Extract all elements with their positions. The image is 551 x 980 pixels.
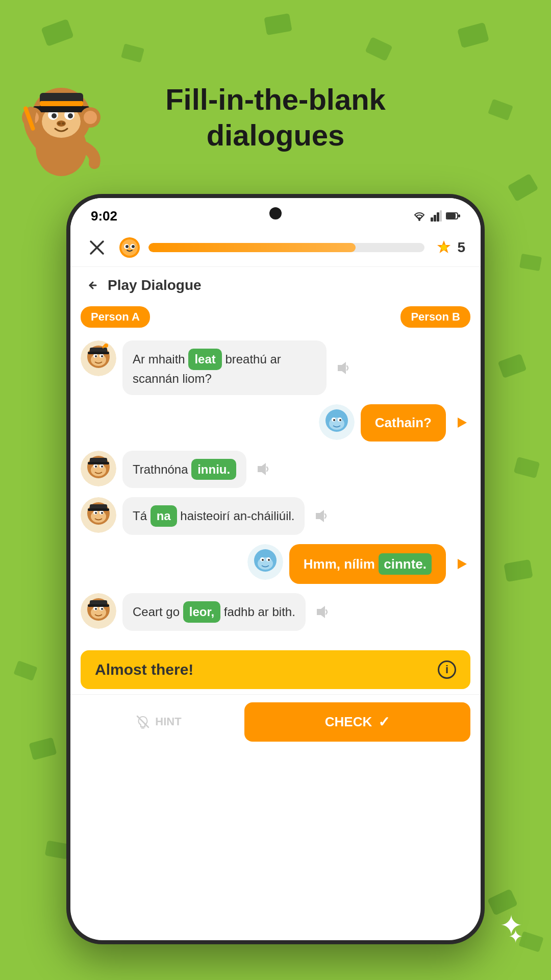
svg-rect-12: [40, 101, 83, 106]
highlight-inniu: inniu.: [191, 459, 236, 480]
svg-point-32: [126, 245, 129, 248]
score-star-icon: [435, 238, 453, 257]
dialogue-area: Ar mhaith leat breathú ar scannán liom? …: [70, 335, 481, 645]
app-header: 5: [70, 229, 481, 267]
check-button[interactable]: CHECK ✓: [244, 702, 470, 742]
score-area: 5: [435, 238, 465, 257]
nav-title: Play Dialogue: [108, 277, 202, 293]
avatar-a-3: [81, 451, 116, 486]
svg-point-46: [104, 344, 108, 348]
progress-container: [118, 236, 424, 259]
svg-marker-65: [258, 463, 266, 475]
check-label: CHECK: [325, 714, 372, 730]
battery-icon: [446, 212, 460, 220]
bubble-2: Cathain?: [361, 404, 446, 441]
bubble-5: Hmm, nílim cinnte.: [289, 544, 446, 584]
svg-point-51: [329, 418, 344, 430]
avatar-b-2: [319, 404, 355, 440]
status-time: 9:02: [91, 208, 117, 224]
play-button-2[interactable]: [452, 413, 470, 432]
sound-button-6[interactable]: [312, 602, 332, 622]
progress-start-icon: [118, 236, 141, 259]
svg-point-16: [84, 111, 97, 124]
svg-point-83: [268, 559, 270, 561]
dialogue-row-6: Ceart go leor, fadhb ar bith.: [81, 593, 470, 631]
svg-rect-20: [434, 215, 436, 222]
hint-button[interactable]: HINT: [81, 704, 237, 739]
monkey-mascot: [15, 66, 107, 179]
svg-rect-74: [88, 508, 109, 511]
svg-point-58: [91, 464, 106, 476]
svg-point-29: [121, 239, 138, 256]
sound-button-3[interactable]: [253, 459, 273, 479]
svg-point-35: [441, 244, 447, 251]
camera-notch: [269, 207, 282, 219]
svg-point-39: [91, 354, 106, 366]
status-icons: [412, 210, 460, 222]
person-labels-row: Person A Person B: [70, 304, 481, 330]
svg-point-79: [258, 557, 273, 570]
progress-bar: [148, 243, 424, 252]
hint-label: HINT: [155, 715, 181, 728]
back-nav[interactable]: Play Dialogue: [70, 267, 481, 304]
svg-rect-25: [458, 214, 460, 217]
highlight-leor: leor,: [183, 601, 220, 623]
play-button-5[interactable]: [452, 555, 470, 573]
bubble-1: Ar mhaith leat breathú ar scannán liom?: [122, 340, 327, 395]
hint-icon: [136, 715, 150, 729]
svg-point-61: [95, 465, 97, 468]
svg-point-86: [91, 606, 106, 619]
notification-text: Almost there!: [95, 661, 193, 678]
svg-point-42: [95, 355, 97, 357]
svg-point-68: [91, 510, 106, 523]
avatar-a-4: [81, 497, 116, 533]
svg-marker-93: [317, 606, 325, 618]
person-a-label: Person A: [81, 306, 150, 328]
svg-marker-47: [338, 362, 346, 374]
signal-icon: [431, 210, 442, 222]
avatar-b-5: [247, 544, 283, 580]
phone-frame: 9:02: [66, 194, 485, 944]
svg-rect-92: [88, 604, 109, 607]
sound-button-4[interactable]: [311, 506, 331, 526]
svg-point-43: [101, 355, 103, 357]
avatar-a-6: [81, 593, 116, 629]
svg-point-54: [333, 419, 335, 421]
dialogue-row-2: Cathain?: [81, 404, 470, 441]
highlight-na: na: [151, 505, 177, 527]
svg-rect-22: [440, 210, 442, 222]
svg-point-90: [101, 608, 103, 610]
svg-rect-19: [431, 217, 433, 222]
svg-marker-48: [458, 418, 467, 428]
svg-point-55: [339, 419, 341, 421]
bubble-6: Ceart go leor, fadhb ar bith.: [122, 593, 306, 631]
phone-inner: 9:02: [70, 198, 481, 940]
bubble-4: Tá na haisteoirí an-cháiliúil.: [122, 497, 305, 535]
svg-rect-24: [446, 213, 456, 218]
svg-point-8: [58, 122, 61, 125]
person-b-label: Person B: [400, 306, 470, 328]
close-button[interactable]: [86, 236, 108, 259]
svg-rect-11: [33, 106, 89, 112]
back-arrow-icon: [86, 278, 100, 292]
sound-button-1[interactable]: [333, 358, 353, 378]
highlight-cinnte: cinnte.: [379, 553, 432, 575]
info-icon[interactable]: i: [438, 660, 456, 679]
bubble-3: Trathnóna inniu.: [122, 451, 246, 488]
svg-rect-64: [88, 462, 109, 464]
svg-point-62: [101, 465, 103, 468]
svg-point-71: [95, 512, 97, 514]
check-icon: ✓: [378, 714, 390, 730]
svg-point-9: [62, 122, 65, 125]
wifi-icon: [412, 210, 427, 222]
svg-point-6: [68, 113, 73, 118]
svg-point-72: [101, 512, 103, 514]
svg-point-18: [418, 219, 420, 221]
svg-point-5: [52, 113, 57, 118]
svg-marker-75: [316, 510, 324, 522]
svg-rect-45: [88, 352, 109, 354]
dialogue-row-1: Ar mhaith leat breathú ar scannán liom?: [81, 340, 470, 395]
dialogue-row-5: Hmm, nílim cinnte.: [81, 544, 470, 584]
highlight-leat: leat: [188, 349, 221, 370]
avatar-a-1: [81, 340, 116, 376]
